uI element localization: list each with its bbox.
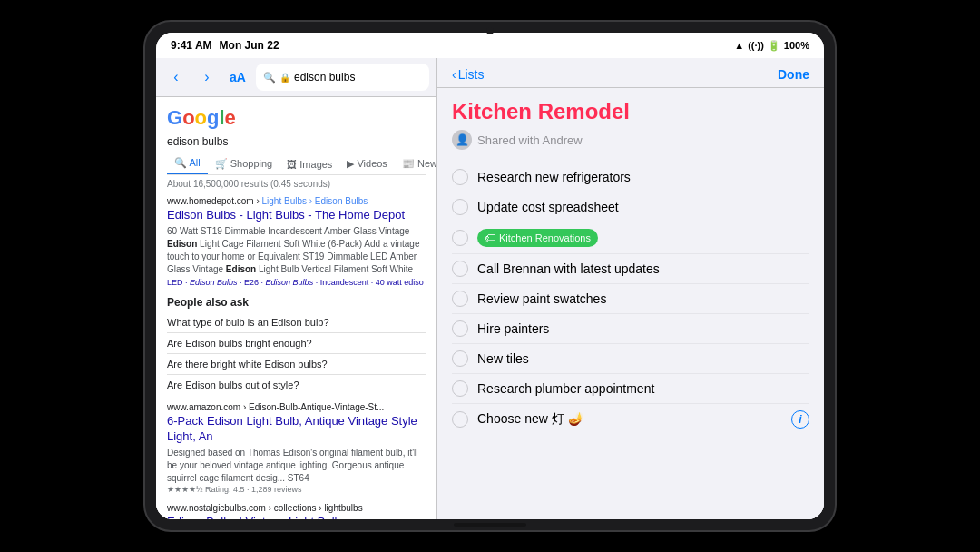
tag-label: Kitchen Renovations (499, 232, 591, 243)
result-title-3[interactable]: Edison Bulbs | Vintage Light Bulbs - Nos… (167, 515, 426, 519)
result-url-2: www.amazon.com › Edison-Bulb-Antique-Vin… (167, 402, 426, 412)
lock-icon: 🔒 (279, 73, 290, 83)
status-icons: ▲ ((·)) 🔋 100% (734, 40, 809, 52)
google-logo: Google (167, 106, 426, 130)
reminder-title: Kitchen Remodel (452, 99, 809, 124)
chevron-left-icon: ‹ (452, 67, 456, 82)
search-tabs: 🔍 All 🛒 Shopping 🖼 Images ▶ Videos 📰 New… (167, 153, 426, 175)
list-item-8[interactable]: Choose new 灯 🪔 i (452, 404, 809, 435)
item-with-tag-8: Choose new 灯 🪔 (477, 411, 782, 428)
avatar: 👤 (452, 130, 472, 150)
item-text-5: Hire painters (477, 321, 809, 336)
checkbox-6[interactable] (452, 350, 468, 367)
reader-button[interactable]: aA (225, 64, 250, 90)
checkbox-1[interactable] (452, 199, 468, 215)
signal-icon: ((·)) (748, 40, 764, 51)
checkbox-tag[interactable] (452, 230, 468, 246)
result-desc-1: 60 Watt ST19 Dimmable Incandescent Amber… (167, 225, 426, 276)
item-text-4: Review paint swatches (477, 291, 809, 306)
paa-item-0[interactable]: What type of bulb is an Edison bulb? (167, 312, 426, 333)
result-url-1: www.homedepot.com › Light Bulbs › Edison… (167, 196, 426, 206)
checkbox-3[interactable] (452, 261, 468, 277)
checkbox-8[interactable] (452, 411, 468, 428)
back-button[interactable]: ‹ (163, 64, 189, 90)
paa-item-1[interactable]: Are Edison bulbs bright enough? (167, 333, 426, 354)
browser-content[interactable]: Google edison bulbs 🔍 All 🛒 Shopping 🖼 I… (156, 97, 436, 519)
tag-icon: 🏷 (485, 232, 495, 244)
item-text-1: Update cost spreadsheet (477, 200, 809, 214)
item-text-6: New tiles (477, 351, 809, 366)
home-indicator (454, 523, 526, 527)
tab-shopping[interactable]: 🛒 Shopping (208, 153, 280, 174)
ipad-frame: 9:41 AM Mon Jun 22 ▲ ((·)) 🔋 100% ‹ › aA (145, 22, 835, 530)
item-text-0: Research new refrigerators (477, 170, 809, 184)
status-bar: 9:41 AM Mon Jun 22 ▲ ((·)) 🔋 100% (156, 33, 824, 58)
list-item-tag[interactable]: 🏷 Kitchen Renovations (452, 222, 809, 254)
list-item-7[interactable]: Research plumber appointment (452, 374, 809, 404)
lists-back-label: Lists (458, 67, 485, 82)
tab-all[interactable]: 🔍 All (167, 153, 208, 174)
checkbox-4[interactable] (452, 291, 468, 307)
checkbox-7[interactable] (452, 380, 468, 397)
address-bar[interactable]: 🔍 🔒 edison bulbs (256, 64, 429, 91)
back-to-lists[interactable]: ‹ Lists (452, 67, 484, 82)
people-also-ask-heading: People also ask (167, 296, 426, 309)
browser-toolbar: ‹ › aA 🔍 🔒 edison bulbs (156, 58, 436, 97)
checkbox-0[interactable] (452, 169, 468, 185)
list-item-5[interactable]: Hire painters (452, 314, 809, 344)
result-url-3: www.nostalgicbulbs.com › collections › l… (167, 503, 426, 513)
shared-with-text: Shared with Andrew (477, 133, 583, 147)
search-query: edison bulbs (167, 135, 426, 148)
result-item-3: www.nostalgicbulbs.com › collections › l… (167, 503, 426, 519)
item-text-3: Call Brennan with latest updates (477, 261, 809, 276)
result-desc-2: Designed based on Thomas Edison's origin… (167, 447, 426, 485)
forward-button[interactable]: › (194, 64, 220, 90)
reminders-content[interactable]: Kitchen Remodel 👤 Shared with Andrew Res… (437, 88, 824, 519)
shared-with: 👤 Shared with Andrew (452, 130, 809, 150)
results-count: About 16,500,000 results (0.45 seconds) (167, 179, 426, 189)
wifi-icon: ▲ (734, 40, 744, 51)
list-item-6[interactable]: New tiles (452, 344, 809, 374)
status-time: 9:41 AM (171, 39, 212, 52)
result-links-1: LED · Edison Bulbs · E26 · Edison Bulbs … (167, 278, 426, 287)
list-item-1[interactable]: Update cost spreadsheet (452, 192, 809, 222)
paa-list: What type of bulb is an Edison bulb? Are… (167, 312, 426, 395)
list-item-4[interactable]: Review paint swatches (452, 284, 809, 314)
browser-panel: ‹ › aA 🔍 🔒 edison bulbs Google edison bu… (156, 58, 437, 519)
list-item-0[interactable]: Research new refrigerators (452, 163, 809, 192)
kitchen-renovations-tag[interactable]: 🏷 Kitchen Renovations (477, 229, 598, 247)
battery-icon: 🔋 (768, 40, 780, 52)
info-icon-8[interactable]: i (791, 410, 809, 429)
done-button[interactable]: Done (778, 67, 809, 82)
item-text-8: Choose new 灯 🪔 (477, 411, 782, 428)
camera-notch (486, 27, 494, 34)
address-text: edison bulbs (294, 71, 355, 84)
result-title-1[interactable]: Edison Bulbs - Light Bulbs - The Home De… (167, 208, 426, 223)
search-icon: 🔍 (263, 72, 276, 84)
main-area: ‹ › aA 🔍 🔒 edison bulbs Google edison bu… (156, 58, 824, 519)
checkbox-5[interactable] (452, 320, 468, 337)
paa-item-3[interactable]: Are Edison bulbs out of style? (167, 375, 426, 395)
item-text-7: Research plumber appointment (477, 381, 809, 396)
tab-news[interactable]: 📰 News (395, 153, 436, 174)
paa-item-2[interactable]: Are there bright white Edison bulbs? (167, 354, 426, 375)
reminders-panel: ‹ Lists Done Kitchen Remodel 👤 Shared wi… (437, 58, 824, 519)
result-item: www.homedepot.com › Light Bulbs › Edison… (167, 196, 426, 287)
result-title-2[interactable]: 6-Pack Edison Light Bulb, Antique Vintag… (167, 414, 426, 445)
result-item-2: www.amazon.com › Edison-Bulb-Antique-Vin… (167, 402, 426, 494)
ipad-screen: 9:41 AM Mon Jun 22 ▲ ((·)) 🔋 100% ‹ › aA (156, 33, 824, 519)
tab-images[interactable]: 🖼 Images (279, 153, 339, 174)
battery-percentage: 100% (784, 40, 809, 51)
reminders-header: ‹ Lists Done (437, 58, 824, 88)
tab-videos[interactable]: ▶ Videos (339, 153, 395, 174)
list-item-3[interactable]: Call Brennan with latest updates (452, 254, 809, 284)
result-rating-2: ★★★★½ Rating: 4.5 · 1,289 reviews (167, 485, 426, 494)
status-date: Mon Jun 22 (220, 39, 279, 52)
